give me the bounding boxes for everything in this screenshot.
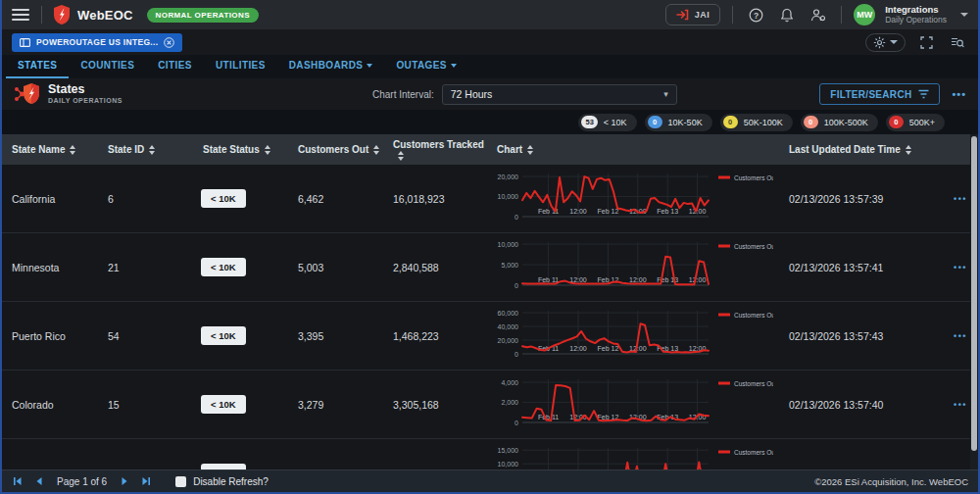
svg-text:40,000: 40,000 (498, 322, 519, 329)
user-info[interactable]: Integrations Daily Operations (885, 5, 947, 25)
legend-count-badge: 0 (889, 116, 904, 128)
state-status-cell: < 10K (193, 189, 288, 208)
last-page-button[interactable] (140, 475, 152, 487)
legend-pill-500k-[interactable]: 0500K+ (886, 114, 945, 131)
table-row-puerto-rico[interactable]: Puerto Rico54< 10K3,3951,468,223020,0004… (2, 302, 978, 370)
legend-pill-50k-100k[interactable]: 050K-100K (720, 114, 793, 131)
tab-label: COUNTIES (80, 60, 134, 71)
next-page-button[interactable] (119, 475, 130, 487)
chart-cell: 05,00010,000Feb 1112:00Feb 1212:00Feb 13… (487, 234, 779, 301)
svg-text:Customers Out: Customers Out (734, 448, 773, 455)
hamburger-menu-icon[interactable] (12, 9, 29, 21)
table-row-texas[interactable]: Texas20< 10K2,79315,521,41605,00010,0001… (2, 439, 978, 469)
help-icon[interactable]: ? (745, 4, 766, 25)
legend-label: < 10K (604, 118, 627, 127)
jai-label: JAI (695, 10, 710, 20)
legend-count-badge: 53 (581, 116, 597, 128)
legend-pill-100k-500k[interactable]: 0100K-500K (801, 114, 878, 131)
svg-text:10,000: 10,000 (498, 460, 519, 467)
states-table: State NameState IDState StatusCustomers … (2, 134, 978, 469)
table-row-minnesota[interactable]: Minnesota21< 10K5,0032,840,58805,00010,0… (2, 233, 978, 302)
disable-refresh-label: Disable Refresh? (193, 476, 269, 487)
row-more-button[interactable]: ••• (944, 469, 970, 470)
tab-dashboards[interactable]: DASHBOARDS (277, 56, 385, 78)
chart-interval-select[interactable]: 72 Hours ▾ (442, 84, 677, 105)
page-more-button[interactable]: ••• (952, 88, 966, 100)
search-records-icon[interactable] (947, 31, 968, 53)
state-status-badge: < 10K (201, 464, 246, 469)
table-row-colorado[interactable]: Colorado15< 10K3,2793,305,16802,0004,000… (2, 370, 978, 439)
tab-utilities[interactable]: UTILITIES (204, 56, 277, 78)
row-more-button[interactable]: ••• (944, 263, 970, 272)
state-status-cell: < 10K (193, 395, 288, 414)
board-settings-button[interactable] (865, 33, 906, 52)
chevron-down-icon[interactable] (960, 13, 968, 17)
last-updated-cell: 02/13/2026 13:57:40 (779, 399, 944, 411)
tab-outages[interactable]: OUTAGES (384, 56, 468, 78)
svg-text:Customers Out: Customers Out (734, 173, 773, 180)
customers-tracked-cell: 2,840,588 (383, 262, 487, 273)
sort-icon (70, 145, 75, 155)
svg-text:12:00: 12:00 (569, 208, 587, 215)
column-header-state-id[interactable]: State ID (98, 143, 193, 156)
tab-label: UTILITIES (216, 60, 266, 71)
legend-pill--10k[interactable]: 53< 10K (578, 114, 636, 131)
table-rows: California6< 10K6,46216,018,923010,00020… (2, 165, 978, 469)
row-more-button[interactable]: ••• (944, 194, 970, 204)
status-badge: NORMAL OPERATIONS (147, 8, 259, 23)
page-subtitle: DAILY OPERATIONS (48, 97, 122, 105)
svg-text:?: ? (754, 10, 759, 20)
vertical-scrollbar[interactable] (970, 134, 978, 469)
disable-refresh-checkbox[interactable] (175, 476, 186, 487)
user-avatar[interactable]: MW (854, 4, 875, 25)
column-header-state-status[interactable]: State Status (193, 143, 288, 156)
column-label: State Name (12, 143, 65, 156)
legend-count-badge: 0 (723, 116, 738, 128)
first-page-button[interactable] (12, 475, 24, 487)
svg-text:0: 0 (514, 350, 518, 357)
row-more-button[interactable]: ••• (944, 400, 970, 410)
legend-pill-10k-50k[interactable]: 010K-50K (645, 114, 712, 131)
tab-states[interactable]: STATES (6, 56, 69, 78)
previous-page-button[interactable] (33, 475, 45, 487)
tab-label: OUTAGES (396, 60, 447, 71)
state-status-badge: < 10K (201, 258, 246, 276)
user-admin-icon[interactable] (808, 4, 829, 25)
close-icon[interactable] (164, 37, 174, 48)
column-label: Customers Out (298, 143, 368, 156)
notifications-bell-icon[interactable] (776, 4, 798, 25)
customers-tracked-cell: 3,305,168 (383, 399, 487, 411)
row-more-button[interactable]: ••• (944, 331, 970, 341)
tab-cities[interactable]: CITIES (146, 56, 204, 78)
customers-out-cell: 3,279 (288, 399, 383, 411)
chart-cell: 020,00040,00060,000Feb 1112:00Feb 1212:0… (487, 303, 779, 370)
column-header-last-updated-date-time[interactable]: Last Updated Date Time (779, 143, 944, 156)
column-header-state-name[interactable]: State Name (2, 143, 98, 156)
jai-button[interactable]: JAI (665, 4, 721, 25)
disable-refresh-toggle[interactable]: Disable Refresh? (175, 476, 269, 487)
chevron-down-icon: ▾ (663, 89, 668, 99)
board-tab-poweroutage[interactable]: POWEROUTAGE US INTEG... (12, 33, 182, 52)
customers-out-chart: 05,00010,000Feb 1112:00Feb 1212:00Feb 13… (487, 234, 773, 299)
table-row-california[interactable]: California6< 10K6,46216,018,923010,00020… (2, 165, 978, 233)
state-id-cell: 20 (98, 468, 193, 470)
user-role: Daily Operations (885, 16, 947, 25)
column-label: Chart (497, 143, 522, 156)
board-tab-label: POWEROUTAGE US INTEG... (36, 37, 158, 47)
svg-text:10,000: 10,000 (498, 240, 519, 247)
legend-label: 50K-100K (744, 118, 783, 127)
svg-text:Feb 11: Feb 11 (538, 276, 559, 283)
scrollbar-thumb[interactable] (971, 136, 977, 451)
tab-counties[interactable]: COUNTIES (69, 56, 146, 78)
column-header-chart[interactable]: Chart (487, 143, 779, 156)
chart-cell: 05,00010,00015,000Feb 1112:00Feb 1212:00… (487, 440, 779, 470)
filter-search-button[interactable]: FILTER/SEARCH (819, 83, 940, 105)
divider (732, 6, 733, 24)
copyright-text: ©2026 ESi Acquisition, Inc. WebEOC (814, 476, 968, 487)
column-header-customers-tracked[interactable]: Customers Tracked (383, 138, 487, 161)
customers-out-chart: 05,00010,00015,000Feb 1112:00Feb 1212:00… (487, 440, 773, 470)
customers-tracked-cell: 16,018,923 (383, 193, 487, 205)
fullscreen-icon[interactable] (915, 31, 937, 53)
column-header-customers-out[interactable]: Customers Out (288, 143, 383, 156)
tab-label: DASHBOARDS (289, 60, 364, 71)
